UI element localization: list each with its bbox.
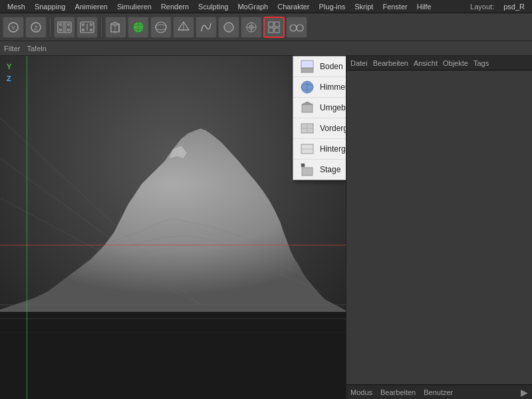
toolbar-group-shapes bbox=[105, 17, 307, 38]
axis-label-y: Y bbox=[7, 63, 11, 70]
toolbar-btn-sphere-outline[interactable] bbox=[150, 17, 172, 38]
right-panel: Datei Bearbeiten Ansicht Objekte Tags Mo… bbox=[346, 56, 532, 399]
menu-mesh[interactable]: Mesh bbox=[3, 1, 30, 12]
dropdown-item-vordergrund[interactable]: Vordergrund bbox=[293, 118, 346, 139]
svg-rect-35 bbox=[275, 22, 279, 27]
menu-layout-label: Layout: bbox=[466, 1, 499, 12]
menu-hilfe[interactable]: Hilfe bbox=[412, 1, 436, 12]
dropdown-label-himmel: Himmel bbox=[320, 82, 346, 92]
dropdown-item-himmel[interactable]: Himmel bbox=[293, 77, 346, 98]
svg-rect-37 bbox=[275, 28, 279, 33]
right-bottom-bearbeiten[interactable]: Bearbeiten bbox=[380, 388, 416, 396]
toolbar2: Filter Tafeln bbox=[0, 41, 532, 56]
toolbar-btn-cube[interactable] bbox=[105, 17, 126, 38]
toolbar2-tafeln[interactable]: Tafeln bbox=[27, 45, 46, 53]
separator-1 bbox=[50, 18, 51, 37]
main-toolbar: Y Z bbox=[0, 13, 532, 41]
right-top-ansicht[interactable]: Ansicht bbox=[414, 59, 438, 67]
dropdown-container: Boden Himmel Umgebung bbox=[293, 56, 346, 180]
right-top-datei[interactable]: Datei bbox=[350, 59, 368, 67]
viewport[interactable]: Y Z Boden Himmel bbox=[0, 56, 346, 399]
primary-dropdown[interactable]: Boden Himmel Umgebung bbox=[293, 56, 346, 180]
boden-icon bbox=[300, 59, 315, 74]
svg-rect-34 bbox=[269, 22, 273, 27]
svg-rect-8 bbox=[67, 29, 70, 31]
umgebung-icon bbox=[300, 100, 315, 115]
svg-rect-51 bbox=[301, 68, 313, 72]
dropdown-item-stage[interactable]: Stage bbox=[293, 160, 346, 180]
svg-rect-42 bbox=[0, 312, 346, 399]
toolbar-btn-nurbs[interactable] bbox=[241, 17, 262, 38]
menu-simulieren[interactable]: Simulieren bbox=[112, 1, 156, 12]
right-bottom-bar: Modus Bearbeiten Benutzer ▶ bbox=[346, 384, 532, 399]
menu-sculpting[interactable]: Sculpting bbox=[194, 1, 233, 12]
main-content: Y Z Boden Himmel bbox=[0, 56, 532, 399]
svg-rect-14 bbox=[90, 29, 92, 31]
toolbar-btn-binocular[interactable] bbox=[286, 17, 307, 38]
svg-text:Z: Z bbox=[34, 25, 38, 31]
dropdown-label-hintergrund: Hintergrund bbox=[320, 144, 346, 154]
right-content bbox=[346, 70, 532, 384]
himmel-icon bbox=[300, 80, 315, 94]
toolbar-btn-sphere2[interactable] bbox=[218, 17, 239, 38]
svg-point-24 bbox=[156, 25, 166, 30]
svg-marker-17 bbox=[111, 22, 119, 26]
toolbar-btn-film2[interactable] bbox=[76, 17, 98, 38]
svg-rect-11 bbox=[82, 23, 84, 26]
stage-icon bbox=[300, 162, 315, 177]
toolbar-btn-film1[interactable] bbox=[54, 17, 75, 38]
axis-line-red bbox=[0, 245, 346, 245]
toolbar-btn-spline[interactable] bbox=[196, 17, 217, 38]
right-top-objekte[interactable]: Objekte bbox=[443, 59, 468, 67]
axis-line-green bbox=[27, 56, 27, 399]
svg-point-39 bbox=[297, 25, 303, 31]
svg-rect-7 bbox=[67, 23, 70, 26]
right-top-bar: Datei Bearbeiten Ansicht Objekte Tags bbox=[346, 56, 532, 70]
menu-charakter[interactable]: Charakter bbox=[273, 1, 314, 12]
menu-bar: Mesh Snapping Animieren Simulieren Rende… bbox=[0, 0, 532, 13]
right-bottom-arrow[interactable]: ▶ bbox=[521, 387, 528, 398]
svg-point-38 bbox=[290, 25, 297, 31]
svg-rect-9 bbox=[63, 23, 66, 32]
dropdown-item-hintergrund[interactable]: Hintergrund bbox=[293, 139, 346, 160]
svg-rect-13 bbox=[90, 23, 92, 26]
right-top-tags[interactable]: Tags bbox=[473, 59, 489, 67]
right-bottom-benutzer[interactable]: Benutzer bbox=[424, 388, 453, 396]
menu-rendern[interactable]: Rendern bbox=[156, 1, 194, 12]
svg-rect-64 bbox=[302, 168, 313, 176]
svg-rect-12 bbox=[82, 29, 84, 31]
svg-rect-5 bbox=[59, 23, 62, 26]
menu-mograph[interactable]: MoGraph bbox=[233, 1, 273, 12]
menu-layout-value[interactable]: psd_R bbox=[499, 1, 529, 12]
menu-animieren[interactable]: Animieren bbox=[70, 1, 112, 12]
toolbar-btn-y[interactable]: Y bbox=[3, 17, 24, 38]
svg-marker-57 bbox=[302, 102, 313, 104]
svg-rect-52 bbox=[301, 61, 313, 68]
svg-rect-63 bbox=[301, 164, 305, 167]
svg-rect-36 bbox=[269, 28, 273, 33]
menu-skript[interactable]: Skript bbox=[350, 1, 378, 12]
dropdown-item-boden[interactable]: Boden bbox=[293, 57, 346, 77]
dropdown-label-stage: Stage bbox=[320, 165, 340, 174]
right-bottom-modus[interactable]: Modus bbox=[350, 388, 372, 396]
vordergrund-icon bbox=[300, 121, 315, 136]
toolbar2-filter[interactable]: Filter bbox=[4, 45, 20, 53]
svg-rect-6 bbox=[59, 29, 62, 31]
hintergrund-icon bbox=[300, 142, 315, 156]
toolbar-group-film bbox=[54, 17, 98, 38]
menu-plugins[interactable]: Plug-ins bbox=[315, 1, 350, 12]
dropdown-label-vordergrund: Vordergrund bbox=[320, 124, 346, 133]
toolbar-btn-sphere-green[interactable] bbox=[128, 17, 149, 38]
toolbar-btn-z[interactable]: Z bbox=[25, 17, 47, 38]
svg-rect-56 bbox=[302, 104, 313, 112]
menu-fenster[interactable]: Fenster bbox=[378, 1, 412, 12]
separator-2 bbox=[101, 18, 102, 37]
dropdown-item-umgebung[interactable]: Umgebung bbox=[293, 98, 346, 118]
dropdown-label-umgebung: Umgebung bbox=[320, 103, 346, 112]
dropdown-label-boden: Boden bbox=[320, 62, 343, 71]
menu-snapping[interactable]: Snapping bbox=[30, 1, 70, 12]
svg-text:Y: Y bbox=[11, 25, 15, 31]
right-top-bearbeiten[interactable]: Bearbeiten bbox=[373, 59, 408, 67]
toolbar-btn-subdiv[interactable] bbox=[173, 17, 194, 38]
toolbar-btn-grid-active[interactable] bbox=[263, 17, 285, 38]
